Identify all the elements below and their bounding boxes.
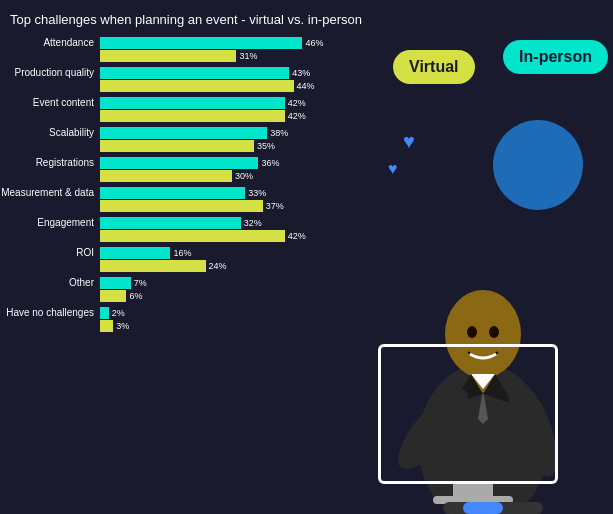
virtual-bar-row: 33% xyxy=(100,187,284,199)
inperson-pct-label: 37% xyxy=(266,201,284,211)
virtual-pct-label: 16% xyxy=(173,248,191,258)
inperson-pct-label: 31% xyxy=(239,51,257,61)
bars-wrapper: 7%6% xyxy=(100,277,147,303)
category-label: Engagement xyxy=(0,217,100,229)
virtual-bar xyxy=(100,307,109,319)
inperson-bar xyxy=(100,50,236,62)
svg-point-9 xyxy=(467,326,477,338)
scroll-indicator xyxy=(463,502,503,514)
heart-icon-2: ♥ xyxy=(388,160,398,178)
bar-group: ROI16%24% xyxy=(0,247,380,273)
category-label: Attendance xyxy=(0,37,100,49)
virtual-bar-row: 7% xyxy=(100,277,147,289)
inperson-bar-row: 31% xyxy=(100,50,323,62)
virtual-bar xyxy=(100,217,241,229)
inperson-bar-row: 35% xyxy=(100,140,288,152)
svg-point-10 xyxy=(489,326,499,338)
monitor-frame xyxy=(378,344,558,484)
inperson-bar-row: 37% xyxy=(100,200,284,212)
chart-title: Top challenges when planning an event - … xyxy=(0,12,380,37)
bar-group: Other7%6% xyxy=(0,277,380,303)
virtual-pct-label: 36% xyxy=(261,158,279,168)
scroll-bar xyxy=(443,502,543,514)
category-label: Other xyxy=(0,277,100,289)
monitor-stand xyxy=(453,484,493,496)
virtual-bar-row: 16% xyxy=(100,247,227,259)
category-label: Event content xyxy=(0,97,100,109)
virtual-pct-label: 7% xyxy=(134,278,147,288)
virtual-bar xyxy=(100,127,267,139)
inperson-bar xyxy=(100,80,294,92)
bar-group: Event content42%42% xyxy=(0,97,380,123)
inperson-bar xyxy=(100,290,126,302)
virtual-legend: Virtual xyxy=(393,50,475,84)
chart-container: Top challenges when planning an event - … xyxy=(0,0,380,514)
right-side-decoration: Virtual In-person ♥ ♥ xyxy=(373,0,613,514)
inperson-bar xyxy=(100,200,263,212)
virtual-bar xyxy=(100,187,245,199)
virtual-bar xyxy=(100,157,258,169)
bar-group: Registrations36%30% xyxy=(0,157,380,183)
category-label: Registrations xyxy=(0,157,100,169)
bar-group: Production quality43%44% xyxy=(0,67,380,93)
bars-wrapper: 38%35% xyxy=(100,127,288,153)
inperson-pct-label: 6% xyxy=(129,291,142,301)
inperson-bar xyxy=(100,170,232,182)
inperson-pct-label: 24% xyxy=(209,261,227,271)
category-label: Production quality xyxy=(0,67,100,79)
inperson-bar xyxy=(100,320,113,332)
category-label: Scalability xyxy=(0,127,100,139)
bar-group: Measurement & data33%37% xyxy=(0,187,380,213)
inperson-bar-row: 44% xyxy=(100,80,315,92)
virtual-bar xyxy=(100,67,289,79)
virtual-bar-row: 46% xyxy=(100,37,323,49)
virtual-pct-label: 46% xyxy=(305,38,323,48)
bars-wrapper: 33%37% xyxy=(100,187,284,213)
virtual-pct-label: 43% xyxy=(292,68,310,78)
inperson-bar xyxy=(100,140,254,152)
virtual-bar xyxy=(100,37,302,49)
inperson-bar xyxy=(100,110,285,122)
bars-wrapper: 32%42% xyxy=(100,217,306,243)
virtual-bar-row: 32% xyxy=(100,217,306,229)
virtual-pct-label: 33% xyxy=(248,188,266,198)
inperson-bar-row: 30% xyxy=(100,170,279,182)
blue-circle-decoration xyxy=(493,120,583,210)
bars-wrapper: 43%44% xyxy=(100,67,315,93)
virtual-bar xyxy=(100,247,170,259)
inperson-bar-row: 24% xyxy=(100,260,227,272)
virtual-bar-row: 43% xyxy=(100,67,315,79)
bars-wrapper: 42%42% xyxy=(100,97,306,123)
inperson-bar-row: 42% xyxy=(100,110,306,122)
category-label: ROI xyxy=(0,247,100,259)
inperson-pct-label: 42% xyxy=(288,231,306,241)
category-label: Measurement & data xyxy=(0,187,100,199)
bars-area: Attendance46%31%Production quality43%44%… xyxy=(0,37,380,333)
bar-group: Attendance46%31% xyxy=(0,37,380,63)
inperson-bar-row: 3% xyxy=(100,320,129,332)
inperson-bar-row: 42% xyxy=(100,230,306,242)
bars-wrapper: 16%24% xyxy=(100,247,227,273)
inperson-bar-row: 6% xyxy=(100,290,147,302)
bars-wrapper: 2%3% xyxy=(100,307,129,333)
virtual-bar-row: 38% xyxy=(100,127,288,139)
virtual-pct-label: 2% xyxy=(112,308,125,318)
inperson-pct-label: 30% xyxy=(235,171,253,181)
heart-icon-1: ♥ xyxy=(403,130,415,153)
inperson-bar xyxy=(100,230,285,242)
inperson-pct-label: 44% xyxy=(297,81,315,91)
virtual-bar xyxy=(100,277,131,289)
virtual-bar xyxy=(100,97,285,109)
category-label: Have no challenges xyxy=(0,307,100,319)
virtual-pct-label: 42% xyxy=(288,98,306,108)
inperson-pct-label: 35% xyxy=(257,141,275,151)
virtual-pct-label: 38% xyxy=(270,128,288,138)
inperson-legend: In-person xyxy=(503,40,608,74)
bars-wrapper: 36%30% xyxy=(100,157,279,183)
inperson-pct-label: 42% xyxy=(288,111,306,121)
virtual-bar-row: 36% xyxy=(100,157,279,169)
bar-group: Have no challenges2%3% xyxy=(0,307,380,333)
bar-group: Engagement32%42% xyxy=(0,217,380,243)
virtual-bar-row: 42% xyxy=(100,97,306,109)
bar-group: Scalability38%35% xyxy=(0,127,380,153)
